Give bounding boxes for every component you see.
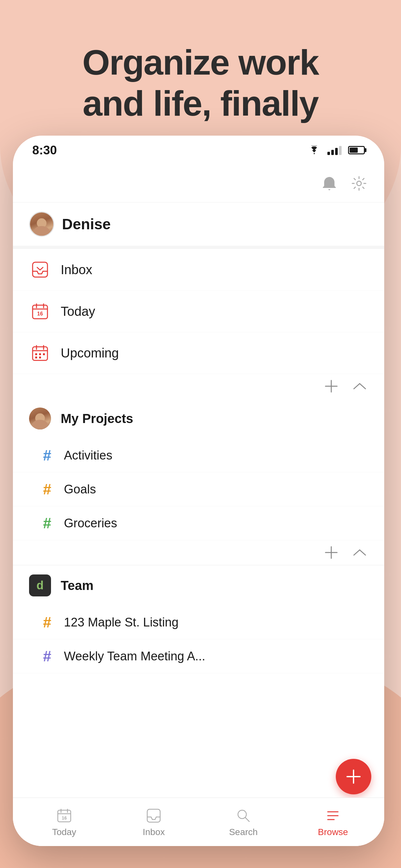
meeting-label: Weekly Team Meeting A... bbox=[64, 649, 205, 663]
svg-rect-7 bbox=[43, 353, 45, 355]
gear-icon bbox=[351, 176, 366, 191]
bell-icon bbox=[322, 176, 336, 191]
bottom-browse-icon bbox=[324, 807, 342, 825]
listing-label: 123 Maple St. Listing bbox=[64, 616, 179, 629]
project-item-groceries[interactable]: # Groceries bbox=[13, 506, 384, 540]
activities-label: Activities bbox=[64, 448, 112, 462]
section-divider bbox=[13, 246, 384, 249]
chevron-up-icon bbox=[352, 382, 367, 391]
svg-text:16: 16 bbox=[37, 311, 43, 316]
project-item-activities[interactable]: # Activities bbox=[13, 438, 384, 472]
bottom-nav-browse[interactable]: Browse bbox=[288, 807, 378, 837]
bottom-search-label: Search bbox=[229, 827, 258, 837]
fab-add-button[interactable] bbox=[336, 759, 371, 795]
team-controls bbox=[13, 540, 384, 565]
bottom-nav-inbox[interactable]: Inbox bbox=[109, 807, 199, 837]
hero-title-line1: Organize work bbox=[82, 42, 319, 82]
bottom-search-icon bbox=[235, 807, 252, 825]
hero-section: Organize work and life, finally bbox=[0, 42, 401, 124]
bottom-inbox-icon bbox=[145, 807, 162, 825]
header-icons bbox=[320, 175, 368, 192]
team-avatar: d bbox=[29, 575, 51, 596]
nav-item-upcoming[interactable]: Upcoming bbox=[13, 332, 384, 374]
bottom-inbox-svg-icon bbox=[146, 808, 161, 824]
inbox-icon-wrap bbox=[29, 259, 51, 281]
hash-icon-meeting: # bbox=[39, 648, 56, 664]
svg-rect-12 bbox=[147, 809, 160, 822]
hero-title: Organize work and life, finally bbox=[26, 42, 375, 124]
bottom-calendar-icon: 16 bbox=[57, 808, 72, 824]
nav-item-today[interactable]: 16 Today bbox=[13, 290, 384, 332]
phone-device: 8:30 bbox=[13, 135, 384, 846]
svg-point-13 bbox=[238, 810, 246, 818]
bottom-browse-svg-icon bbox=[325, 808, 341, 824]
collapse-team-button[interactable] bbox=[351, 544, 368, 561]
team-item-meeting[interactable]: # Weekly Team Meeting A... bbox=[13, 640, 384, 673]
user-name: Denise bbox=[62, 215, 111, 233]
svg-text:16: 16 bbox=[62, 815, 67, 820]
nav-label-upcoming: Upcoming bbox=[61, 346, 119, 361]
bottom-today-label: Today bbox=[52, 827, 76, 837]
phone-wrapper: 8:30 bbox=[13, 135, 401, 868]
bottom-today-icon: 16 bbox=[56, 807, 73, 825]
app-header bbox=[13, 165, 384, 203]
svg-rect-8 bbox=[35, 356, 37, 359]
bottom-nav-search[interactable]: Search bbox=[198, 807, 288, 837]
bottom-search-svg-icon bbox=[236, 808, 251, 824]
svg-point-0 bbox=[357, 181, 361, 186]
groceries-label: Groceries bbox=[64, 516, 117, 530]
bottom-inbox-label: Inbox bbox=[143, 827, 165, 837]
my-projects-controls bbox=[13, 374, 384, 399]
status-bar: 8:30 bbox=[13, 135, 384, 165]
add-team-button[interactable] bbox=[323, 544, 340, 561]
nav-item-inbox[interactable]: Inbox bbox=[13, 249, 384, 290]
status-icons bbox=[307, 145, 365, 155]
hero-title-line2: and life, finally bbox=[83, 83, 318, 123]
hash-icon-groceries: # bbox=[39, 515, 56, 531]
user-section: Denise bbox=[13, 203, 384, 246]
chevron-up-icon-team bbox=[352, 548, 367, 557]
upcoming-icon-wrap bbox=[29, 342, 51, 364]
settings-button[interactable] bbox=[350, 175, 368, 192]
nav-label-inbox: Inbox bbox=[61, 262, 92, 277]
nav-label-today: Today bbox=[61, 304, 95, 319]
my-projects-avatar-img bbox=[29, 407, 51, 430]
goals-label: Goals bbox=[64, 483, 96, 496]
notifications-button[interactable] bbox=[320, 175, 338, 192]
avatar-image bbox=[30, 213, 53, 236]
hash-icon-listing: # bbox=[39, 614, 56, 631]
avatar bbox=[29, 212, 54, 237]
calendar-today-icon: 16 bbox=[31, 303, 49, 320]
fab-plus-icon bbox=[345, 769, 362, 785]
bottom-nav: 16 Today Inbox bbox=[13, 798, 384, 846]
my-projects-avatar bbox=[29, 407, 51, 430]
project-item-goals[interactable]: # Goals bbox=[13, 472, 384, 506]
team-label: Team bbox=[61, 578, 94, 593]
app-content: Denise Inbox bbox=[13, 165, 384, 846]
today-icon-wrap: 16 bbox=[29, 300, 51, 322]
collapse-my-projects-button[interactable] bbox=[351, 378, 368, 395]
plus-icon-team bbox=[324, 546, 338, 560]
hash-icon-activities: # bbox=[39, 447, 56, 464]
my-projects-label: My Projects bbox=[61, 411, 133, 426]
svg-rect-5 bbox=[35, 353, 37, 355]
bottom-nav-today[interactable]: 16 Today bbox=[19, 807, 109, 837]
hash-icon-goals: # bbox=[39, 481, 56, 498]
bottom-browse-label: Browse bbox=[318, 827, 348, 837]
calendar-upcoming-icon bbox=[31, 344, 49, 362]
add-project-button[interactable] bbox=[323, 378, 340, 395]
team-header: d Team bbox=[13, 565, 384, 606]
wifi-icon bbox=[307, 145, 321, 155]
team-item-listing[interactable]: # 123 Maple St. Listing bbox=[13, 606, 384, 640]
status-time: 8:30 bbox=[32, 144, 307, 157]
plus-icon bbox=[324, 379, 338, 393]
inbox-icon bbox=[31, 261, 49, 278]
signal-bars-icon bbox=[328, 145, 342, 155]
svg-rect-9 bbox=[39, 356, 41, 359]
svg-rect-6 bbox=[39, 353, 41, 355]
my-projects-header: My Projects bbox=[13, 399, 384, 438]
battery-icon bbox=[348, 146, 365, 154]
